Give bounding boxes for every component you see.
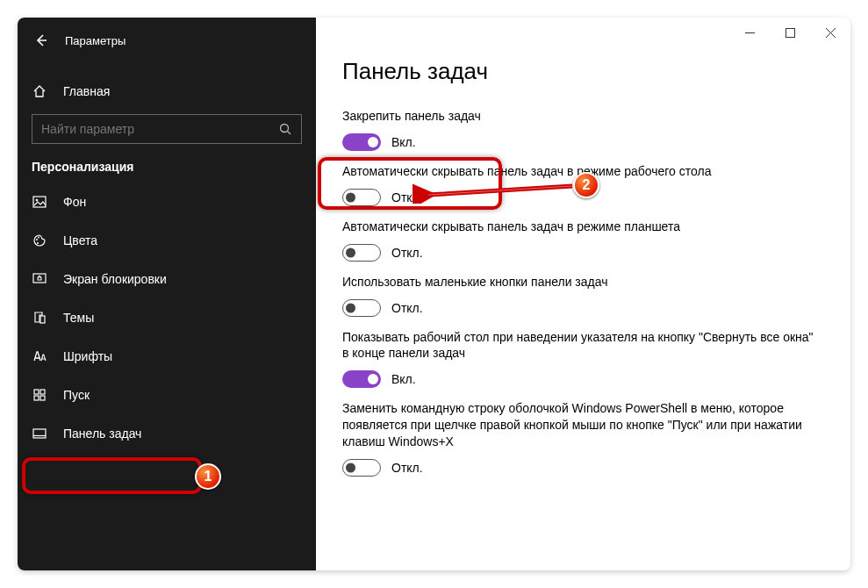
sidebar-item-label: Шрифты bbox=[63, 349, 112, 363]
svg-line-6 bbox=[288, 131, 291, 134]
toggle-state-label: Откл. bbox=[391, 301, 423, 315]
setting-3: Использовать маленькие кнопки панели зад… bbox=[342, 274, 824, 317]
svg-rect-15 bbox=[34, 390, 39, 394]
setting-4: Показывать рабочий стол при наведении ук… bbox=[342, 329, 824, 389]
svg-rect-18 bbox=[40, 396, 45, 400]
svg-point-11 bbox=[37, 242, 39, 244]
sidebar-item-label: Панель задач bbox=[63, 427, 141, 441]
sidebar-item-фон[interactable]: Фон bbox=[18, 183, 316, 221]
close-button[interactable] bbox=[810, 18, 850, 47]
titlebar bbox=[316, 18, 850, 47]
sidebar-section-title: Персонализация bbox=[18, 156, 316, 183]
palette-icon bbox=[32, 233, 47, 248]
search-input[interactable] bbox=[32, 114, 302, 144]
search-field[interactable] bbox=[41, 122, 272, 136]
setting-label: Использовать маленькие кнопки панели зад… bbox=[342, 274, 816, 290]
annotation-badge-1: 1 bbox=[195, 463, 221, 490]
minimize-button[interactable] bbox=[729, 18, 770, 47]
sidebar-item-label: Фон bbox=[63, 195, 86, 209]
toggle-switch[interactable] bbox=[342, 133, 381, 151]
svg-point-9 bbox=[36, 239, 38, 240]
annotation-badge-2: 2 bbox=[573, 172, 599, 198]
back-button[interactable] bbox=[23, 22, 60, 59]
svg-point-5 bbox=[281, 124, 289, 132]
sidebar-item-шрифты[interactable]: Шрифты bbox=[18, 337, 316, 376]
setting-0: Закрепить панель задачВкл. bbox=[342, 108, 824, 151]
sidebar-item-панель-задач[interactable]: Панель задач bbox=[18, 414, 316, 453]
sidebar-item-экран-блокировки[interactable]: Экран блокировки bbox=[18, 260, 316, 298]
toggle-state-label: Вкл. bbox=[391, 372, 416, 386]
home-icon bbox=[32, 83, 47, 99]
toggle-state-label: Откл. bbox=[391, 461, 423, 475]
setting-label: Заменить командную строку оболочкой Wind… bbox=[342, 400, 816, 450]
svg-rect-1 bbox=[786, 28, 794, 37]
main-pane: Панель задач Закрепить панель задачВкл.А… bbox=[316, 18, 850, 570]
svg-point-10 bbox=[38, 237, 39, 239]
image-icon bbox=[32, 194, 47, 210]
start-icon bbox=[32, 387, 47, 403]
toggle-switch[interactable] bbox=[342, 459, 381, 477]
svg-point-8 bbox=[36, 199, 39, 202]
sidebar-item-label: Экран блокировки bbox=[63, 272, 167, 286]
svg-rect-7 bbox=[33, 197, 46, 207]
sidebar-item-label: Цвета bbox=[63, 233, 97, 247]
toggle-switch[interactable] bbox=[342, 370, 381, 388]
font-icon bbox=[32, 348, 47, 364]
sidebar-item-темы[interactable]: Темы bbox=[18, 298, 316, 337]
setting-5: Заменить командную строку оболочкой Wind… bbox=[342, 400, 824, 477]
setting-label: Закрепить панель задач bbox=[342, 108, 816, 125]
toggle-state-label: Откл. bbox=[391, 246, 423, 260]
search-icon bbox=[279, 123, 292, 136]
toggle-state-label: Вкл. bbox=[391, 135, 416, 149]
taskbar-icon bbox=[32, 426, 47, 441]
svg-rect-14 bbox=[40, 316, 45, 323]
svg-rect-16 bbox=[40, 390, 45, 394]
setting-2: Автоматически скрывать панель задач в ре… bbox=[342, 219, 824, 262]
toggle-switch[interactable] bbox=[342, 299, 381, 317]
svg-rect-13 bbox=[38, 277, 41, 280]
sidebar-item-пуск[interactable]: Пуск bbox=[18, 376, 316, 414]
toggle-switch[interactable] bbox=[342, 244, 381, 262]
svg-rect-17 bbox=[34, 396, 39, 400]
sidebar-item-home[interactable]: Главная bbox=[18, 74, 316, 109]
svg-rect-19 bbox=[33, 429, 46, 438]
toggle-state-label: Откл. bbox=[391, 190, 423, 204]
setting-label: Показывать рабочий стол при наведении ук… bbox=[342, 329, 816, 362]
theme-icon bbox=[32, 310, 47, 326]
sidebar-item-цвета[interactable]: Цвета bbox=[18, 221, 316, 260]
sidebar-item-label: Главная bbox=[63, 84, 110, 98]
sidebar-item-label: Пуск bbox=[63, 388, 90, 402]
app-title: Параметры bbox=[65, 34, 126, 47]
toggle-switch[interactable] bbox=[342, 189, 381, 206]
sidebar-item-label: Темы bbox=[63, 311, 94, 325]
maximize-button[interactable] bbox=[770, 18, 810, 47]
page-title: Панель задач bbox=[342, 58, 824, 85]
setting-label: Автоматически скрывать панель задач в ре… bbox=[342, 219, 816, 235]
sidebar: Параметры Главная Персонализация ФонЦвет bbox=[18, 18, 316, 570]
lock-icon bbox=[32, 271, 47, 287]
